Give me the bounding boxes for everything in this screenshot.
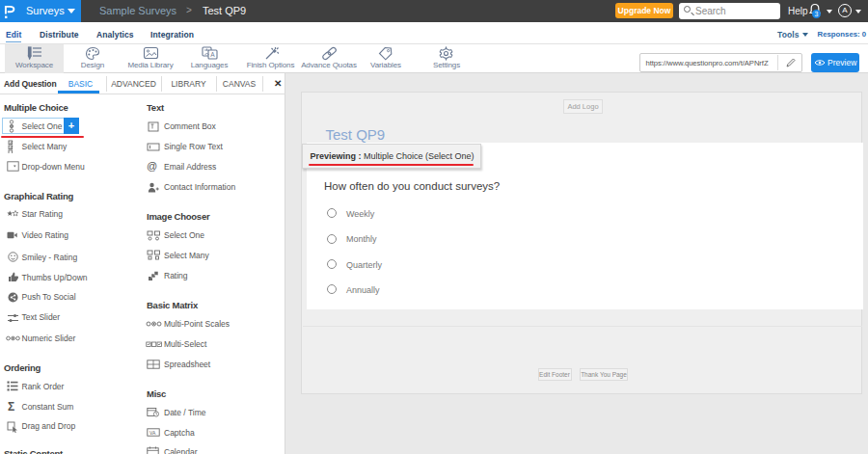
svg-text:A: A <box>210 51 215 58</box>
svg-text:VA: VA <box>149 430 156 436</box>
